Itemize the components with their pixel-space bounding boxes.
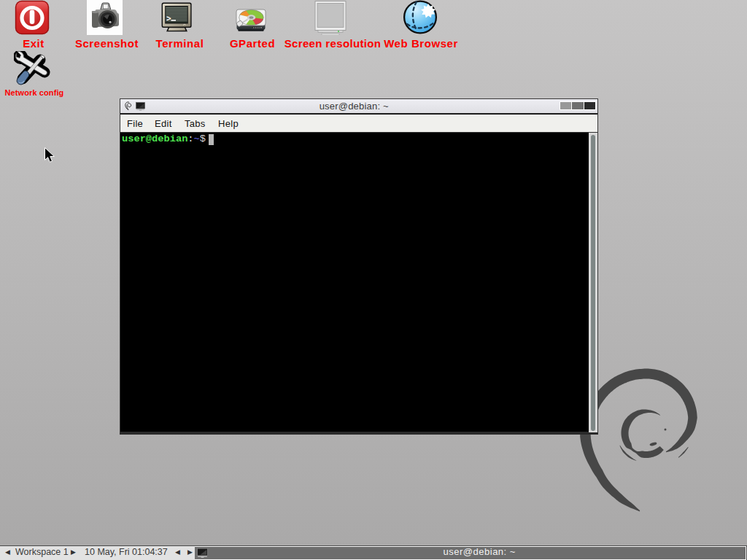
svg-text:>: >	[166, 15, 171, 23]
